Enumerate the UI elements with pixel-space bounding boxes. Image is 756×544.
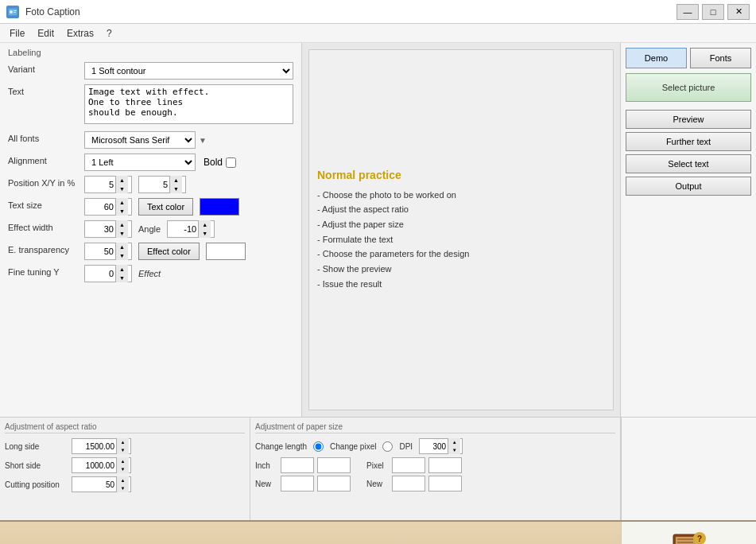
effect-color-button[interactable]: Effect color [138,243,200,260]
dpi-down[interactable]: ▼ [448,446,460,454]
pos-y-down[interactable]: ▼ [169,185,182,193]
change-length-label: Change length [255,442,307,451]
fonts-control: Microsoft Sans Serif ▼ [84,131,293,149]
pos-y-input[interactable] [139,180,169,189]
text-color-button[interactable]: Text color [138,198,193,216]
inch-row: Inch [255,457,351,473]
transparency-row: E. transparency ▲ ▼ Effect color [8,243,293,260]
dpi-input[interactable] [420,442,448,451]
cutting-up[interactable]: ▲ [116,476,129,484]
minimize-button[interactable]: — [677,4,699,20]
short-side-down[interactable]: ▼ [116,465,129,473]
long-side-input[interactable] [72,442,116,451]
short-side-up[interactable]: ▲ [116,457,129,465]
text-input[interactable]: Image text with effect. One to three lin… [84,84,293,124]
new-pixel-input-2[interactable] [428,476,462,492]
new-inch-input-1[interactable] [281,476,314,492]
step-7: - Issue the result [317,277,605,292]
step-6: - Show the preview [317,262,605,277]
new-inch-input-2[interactable] [317,476,351,492]
svg-rect-7 [677,542,693,543]
left-panel: Labeling Variant 1 Soft contour Text Ima… [0,43,302,417]
select-text-button[interactable]: Select text [626,154,751,173]
textsize-up[interactable]: ▲ [115,198,128,207]
pixel-input-1[interactable] [392,457,425,473]
new-pixel-row: New [366,476,462,492]
output-button[interactable]: Output [626,177,751,196]
inch-input-2[interactable] [317,457,351,473]
angle-up[interactable]: ▲ [198,220,211,229]
bottom-banner: Zentralsahara Murzuk Sandsee Lager am 16… [0,520,756,544]
right-spacer [621,418,756,520]
effect-width-down[interactable]: ▼ [115,229,128,238]
new-pixel-input-1[interactable] [392,476,425,492]
banner-branding: ? Component of DIGISTUDIO suite http://w… [621,522,756,544]
angle-input[interactable] [168,224,198,234]
menu-extras[interactable]: Extras [60,26,100,41]
long-side-up[interactable]: ▲ [116,438,129,446]
center-panel: Normal practice - Choose the photo to be… [302,43,621,417]
effect-color-swatch[interactable] [206,243,246,260]
finetuning-up[interactable]: ▲ [115,265,128,274]
textsize-row: Text size ▲ ▼ Text color [8,198,293,216]
short-side-input[interactable] [72,461,116,470]
select-picture-button[interactable]: Select picture [626,73,751,102]
cutting-input[interactable] [72,480,116,489]
effect-width-up[interactable]: ▲ [115,220,128,229]
inch-input-1[interactable] [281,457,314,473]
font-select[interactable]: Microsoft Sans Serif [84,131,196,149]
change-length-radio[interactable] [313,441,324,452]
angle-spinbox: ▲ ▼ [167,220,215,238]
cutting-down[interactable]: ▼ [116,484,129,492]
pos-x-spinbox: ▲ ▼ [84,176,132,193]
adjustment-row: Adjustment of aspect ratio Long side ▲ ▼… [0,417,756,520]
transparency-down[interactable]: ▼ [115,251,128,260]
angle-down[interactable]: ▼ [198,229,211,238]
svg-rect-3 [14,12,16,13]
long-side-spinbox: ▲ ▼ [72,438,131,454]
pos-y-up[interactable]: ▲ [169,176,182,185]
bold-checkbox[interactable] [226,157,236,168]
pos-x-down[interactable]: ▼ [115,185,128,193]
action-buttons: Preview Further text Select text Output [626,110,751,196]
preview-button[interactable]: Preview [626,110,751,129]
paper-size-title: Adjustment of paper size [255,422,615,433]
finetuning-input[interactable] [85,269,115,278]
text-color-swatch[interactable] [200,198,239,216]
inch-label: Inch [255,461,277,470]
alignment-select[interactable]: 1 Left [84,153,196,171]
pos-x-up[interactable]: ▲ [115,176,128,185]
fonts-button[interactable]: Fonts [690,48,751,68]
menu-help[interactable]: ? [100,26,118,41]
further-text-button[interactable]: Further text [626,132,751,151]
variant-select[interactable]: 1 Soft contour [84,62,293,80]
textsize-down[interactable]: ▼ [115,207,128,216]
change-pixel-radio[interactable] [382,441,393,452]
text-row: Text Image text with effect. One to thre… [8,84,293,126]
finetuning-down[interactable]: ▼ [115,274,128,282]
window-controls[interactable]: — □ ✕ [677,4,750,20]
preview-title: Normal practice [317,169,605,181]
long-side-label: Long side [5,442,68,451]
transparency-up[interactable]: ▲ [115,243,128,251]
fonts-label: All fonts [8,131,79,143]
preview-box: Normal practice - Choose the photo to be… [308,49,614,410]
transparency-input[interactable] [85,247,115,256]
angle-label: Angle [138,224,161,234]
alignment-label: Alignment [8,153,79,165]
effect-width-input[interactable] [85,224,115,234]
step-5: - Choose the parameters for the design [317,247,605,262]
demo-button[interactable]: Demo [626,48,687,68]
svg-rect-2 [14,10,17,11]
cutting-label: Cutting position [5,480,68,489]
aspect-ratio-title: Adjustment of aspect ratio [5,422,245,433]
menu-file[interactable]: File [3,26,31,41]
dpi-up[interactable]: ▲ [448,438,460,446]
pos-x-input[interactable] [85,180,115,189]
pixel-input-2[interactable] [428,457,462,473]
long-side-down[interactable]: ▼ [116,446,129,454]
close-button[interactable]: ✕ [727,4,750,20]
textsize-input[interactable] [85,202,115,212]
maximize-button[interactable]: □ [702,4,724,20]
menu-edit[interactable]: Edit [31,26,60,41]
